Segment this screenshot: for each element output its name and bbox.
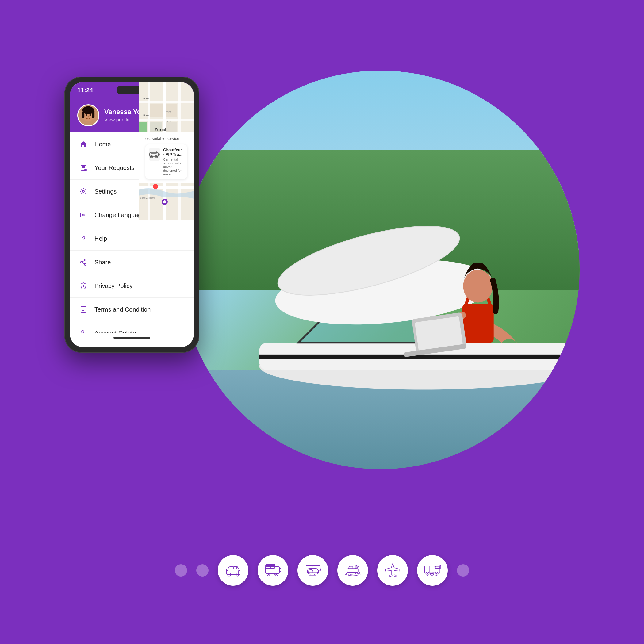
service-icon-box	[149, 148, 160, 161]
svg-text:AÜ: AÜ	[82, 214, 85, 216]
svg-rect-100	[226, 570, 228, 573]
phone-screen: 11:24	[70, 82, 194, 347]
svg-point-33	[84, 259, 86, 261]
menu-label-help: Help	[94, 235, 107, 242]
menu-label-privacy: Privacy Policy	[94, 282, 132, 289]
svg-point-89	[151, 156, 152, 157]
helicopter-transport-icon[interactable]	[297, 555, 328, 586]
service-card-text: Chauffeur - VIP Tra... Car rental servic…	[163, 148, 183, 176]
dot-3	[457, 564, 469, 577]
svg-text:Spital Zollibetrg: Spital Zollibetrg	[140, 197, 155, 199]
language-icon: AÜ	[79, 210, 88, 220]
menu-label-account-delete: Account Delete	[94, 330, 136, 333]
menu-label-settings: Settings	[94, 188, 117, 195]
share-icon	[79, 257, 88, 267]
menu-label-language: Change Language	[94, 212, 145, 219]
svg-rect-127	[436, 566, 439, 568]
svg-rect-91	[158, 154, 159, 155]
home-indicator	[70, 333, 194, 342]
service-card-title: Chauffeur - VIP Tra...	[163, 148, 183, 157]
van-svg	[265, 562, 282, 579]
svg-point-44	[82, 331, 84, 333]
svg-point-106	[268, 573, 269, 575]
van-transport-icon[interactable]	[258, 555, 288, 586]
content-area: Home !	[70, 132, 194, 333]
svg-point-38	[83, 285, 84, 286]
phone-mockup: 11:24	[64, 77, 199, 353]
svg-text:?: ?	[82, 236, 86, 242]
svg-point-25	[83, 106, 94, 114]
svg-text:17: 17	[154, 185, 157, 188]
scene: 11:24	[46, 46, 598, 598]
menu-label-home: Home	[94, 141, 111, 148]
car-transport-icon[interactable]	[218, 555, 248, 586]
account-delete-icon	[79, 328, 88, 333]
dot-1	[175, 564, 187, 577]
truck-transport-icon[interactable]	[417, 555, 448, 586]
helicopter-svg	[305, 562, 321, 579]
svg-point-90	[156, 156, 157, 157]
svg-point-107	[275, 573, 277, 575]
home-icon	[79, 139, 88, 149]
home-bar	[113, 337, 150, 339]
dot-2	[196, 564, 209, 577]
help-icon: ?	[79, 234, 88, 243]
status-time: 11:24	[77, 87, 93, 94]
airplane-svg	[384, 562, 401, 579]
svg-point-96	[236, 574, 238, 575]
service-text-area: ost suitable service	[139, 132, 194, 183]
menu-item-terms[interactable]: Terms and Condition	[70, 298, 194, 321]
svg-rect-128	[440, 565, 441, 569]
svg-point-29	[82, 190, 84, 192]
svg-point-22	[90, 114, 91, 116]
svg-point-115	[312, 565, 314, 566]
menu-item-share[interactable]: Share	[70, 251, 194, 274]
car-svg	[225, 562, 242, 579]
boat-svg	[189, 190, 580, 409]
svg-point-134	[435, 573, 437, 574]
settings-icon	[79, 186, 88, 196]
transport-icons-bar	[175, 555, 469, 586]
svg-rect-5	[462, 304, 494, 343]
map-area: Zürich Shop, ... Shop, ... AFFOLTERN HON…	[139, 132, 194, 220]
svg-point-118	[320, 569, 321, 570]
svg-point-132	[427, 573, 428, 574]
svg-point-35	[84, 263, 86, 265]
menu-label-terms: Terms and Condition	[94, 306, 151, 313]
background-circle	[181, 71, 580, 469]
service-card-desc: Car rental service with driver designed …	[163, 158, 183, 176]
service-card: Chauffeur - VIP Tra... Car rental servic…	[145, 144, 187, 179]
svg-rect-99	[239, 570, 240, 573]
svg-point-21	[86, 114, 87, 116]
boat-transport-icon[interactable]	[337, 555, 368, 586]
svg-rect-97	[230, 566, 233, 569]
svg-line-37	[82, 261, 85, 262]
truck-svg	[424, 562, 441, 579]
chauffeur-icon	[149, 150, 160, 159]
privacy-icon	[79, 281, 88, 291]
menu-item-privacy[interactable]: Privacy Policy	[70, 274, 194, 298]
avatar	[77, 104, 99, 126]
avatar-svg	[78, 104, 98, 126]
boat-svg-icon	[344, 562, 361, 579]
requests-icon: !	[79, 163, 88, 173]
boat-scene	[181, 71, 580, 469]
svg-rect-2	[259, 355, 580, 359]
menu-label-requests: Your Requests	[94, 164, 134, 171]
svg-line-116	[317, 570, 321, 573]
svg-rect-92	[226, 569, 240, 574]
svg-rect-103	[279, 569, 281, 572]
menu-item-account-delete[interactable]: Account Delete	[70, 321, 194, 333]
svg-point-95	[228, 574, 230, 575]
menu-item-help[interactable]: ? Help	[70, 227, 194, 251]
svg-rect-98	[234, 566, 237, 569]
menu-label-share: Share	[94, 259, 111, 266]
terms-icon	[79, 305, 88, 314]
airplane-transport-icon[interactable]	[377, 555, 408, 586]
phone-body: 11:24	[64, 77, 199, 353]
most-suitable-text: ost suitable service	[142, 134, 191, 142]
svg-point-133	[431, 573, 433, 574]
svg-line-36	[82, 263, 85, 264]
svg-point-6	[463, 270, 493, 302]
svg-point-84	[163, 200, 166, 203]
